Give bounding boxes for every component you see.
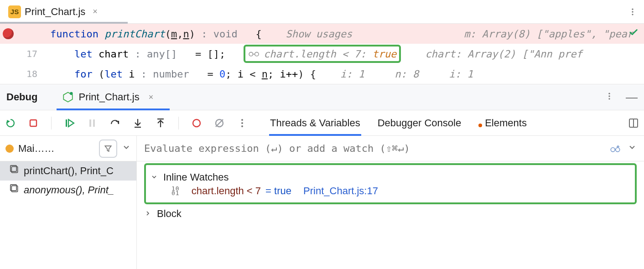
glasses-icon xyxy=(248,50,261,57)
chevron-down-icon[interactable] xyxy=(628,143,637,154)
editor-tab-bar: JS Print_Chart.js × xyxy=(0,0,644,24)
stack-frame[interactable]: anonymous(), Print_ xyxy=(0,181,136,200)
kebab-icon[interactable] xyxy=(235,116,249,130)
inspection-ok-icon[interactable] xyxy=(628,27,639,37)
editor-tab[interactable]: JS Print_Chart.js × xyxy=(5,0,101,23)
frame-label: printChart(), Print_C xyxy=(24,165,114,177)
pause-button[interactable] xyxy=(85,116,99,130)
type-hint: : any[] xyxy=(129,48,195,60)
breakpoint-icon[interactable] xyxy=(3,28,14,39)
keyword: for xyxy=(74,68,93,80)
return-type-hint: : void xyxy=(195,28,255,40)
filter-button[interactable] xyxy=(99,140,117,158)
binary-icon: 10 01 xyxy=(171,186,180,196)
punct: , xyxy=(177,28,183,40)
svg-point-8 xyxy=(608,95,610,97)
hide-toolwindow-icon[interactable]: — xyxy=(626,90,638,104)
svg-point-2 xyxy=(632,14,633,15)
inline-value-i2: i: 1 xyxy=(449,68,473,80)
stack-frame[interactable]: printChart(), Print_C xyxy=(0,161,136,181)
function-name: printChart xyxy=(104,28,165,40)
identifier: chart xyxy=(93,48,129,60)
step-into-button[interactable] xyxy=(131,116,145,130)
svg-point-3 xyxy=(249,52,253,56)
js-file-icon: JS xyxy=(8,5,21,18)
tab-elements[interactable]: Elements xyxy=(478,110,527,135)
svg-point-25 xyxy=(241,125,243,127)
inline-watches-node[interactable]: Inline Watches xyxy=(151,171,628,184)
source-reference[interactable]: Print_Chart.js:17 xyxy=(303,185,378,197)
rerun-button[interactable] xyxy=(4,116,17,130)
stackframe-icon xyxy=(10,165,19,177)
step-out-button[interactable] xyxy=(154,116,167,130)
debug-session-label: Print_Chart.js xyxy=(78,91,139,103)
thread-selector[interactable]: Mai…… xyxy=(0,136,136,161)
editor[interactable]: function printChart ( m , n ) : void { S… xyxy=(0,24,644,84)
keyword: let xyxy=(104,68,123,80)
evaluate-input[interactable] xyxy=(144,143,603,154)
kebab-icon[interactable] xyxy=(626,7,639,16)
inline-watch-highlight[interactable]: chart.length < 7: true xyxy=(244,45,401,63)
frame-label: anonymous(), Print_ xyxy=(24,184,114,196)
inline-value-m: m: Array(8) ["apples", "pear xyxy=(464,28,633,40)
editor-tab-title: Print_Chart.js xyxy=(25,6,85,18)
close-icon[interactable]: × xyxy=(149,93,154,102)
tab-threads-variables[interactable]: Threads & Variables xyxy=(270,110,360,135)
inline-watch-value: true xyxy=(366,48,396,60)
add-watch-button[interactable] xyxy=(608,142,622,155)
param-n: n xyxy=(183,28,189,40)
svg-rect-15 xyxy=(93,119,95,127)
gutter-line-number[interactable]: 18 xyxy=(0,68,50,79)
separator xyxy=(178,117,179,129)
svg-point-24 xyxy=(241,122,243,124)
tab-debugger-console[interactable]: Debugger Console xyxy=(378,110,461,135)
chevron-right-icon[interactable] xyxy=(144,208,152,220)
variables-panel: Inline Watches 10 01 chart.length < 7 = … xyxy=(137,136,644,269)
active-tab-indicator xyxy=(57,109,170,110)
inline-value-i: i: 1 xyxy=(340,68,364,80)
debug-view-tabs: Threads & Variables Debugger Console Ele… xyxy=(270,110,527,135)
separator xyxy=(51,117,52,129)
gutter[interactable] xyxy=(0,28,50,39)
code-line: 18 for ( let i : number = 0 ; i < n ; i+… xyxy=(0,64,644,84)
svg-point-23 xyxy=(241,119,243,121)
show-usages-link[interactable]: Show usages xyxy=(286,28,353,40)
punct: ; xyxy=(219,48,225,60)
code-line: 17 let chart : any[] = [] ; chart.length… xyxy=(0,44,644,64)
close-icon[interactable]: × xyxy=(93,7,98,16)
debug-content: Mai…… printChart(), Print_C anonymous(),… xyxy=(0,136,644,269)
svg-rect-12 xyxy=(66,119,67,127)
punct: ( xyxy=(165,28,171,40)
equals: = xyxy=(195,48,208,60)
brace: { xyxy=(255,28,261,40)
stop-button[interactable] xyxy=(26,116,40,130)
layout-settings-button[interactable] xyxy=(627,116,640,130)
svg-rect-14 xyxy=(89,119,91,127)
node-label: Inline Watches xyxy=(163,171,229,183)
kebab-icon[interactable] xyxy=(605,92,614,103)
mute-breakpoints-button[interactable] xyxy=(213,116,226,130)
thread-status-icon xyxy=(5,145,14,153)
update-dot-icon xyxy=(478,124,482,127)
svg-point-1 xyxy=(632,11,633,12)
watch-entry[interactable]: 10 01 chart.length < 7 = true Print_Char… xyxy=(151,184,628,198)
chevron-down-icon[interactable] xyxy=(151,171,159,183)
frames-panel: Mai…… printChart(), Print_C anonymous(),… xyxy=(0,136,137,269)
step-over-button[interactable] xyxy=(108,116,122,130)
watch-expression: chart.length < 7 xyxy=(192,185,261,197)
stackframe-icon xyxy=(10,184,19,196)
svg-point-9 xyxy=(608,98,610,99)
svg-point-4 xyxy=(255,52,259,56)
node-label: Block xyxy=(157,208,182,220)
chevron-down-icon[interactable] xyxy=(122,143,131,154)
debug-session-tab[interactable]: Print_Chart.js × xyxy=(58,84,157,110)
view-breakpoints-button[interactable] xyxy=(190,116,203,130)
block-scope-node[interactable]: Block xyxy=(144,207,637,221)
toolwindow-title: Debug xyxy=(6,91,37,103)
resume-button[interactable] xyxy=(62,116,76,130)
svg-point-6 xyxy=(70,92,73,95)
evaluate-row xyxy=(137,136,644,161)
array-literal: [] xyxy=(207,48,219,60)
svg-point-0 xyxy=(632,8,633,10)
gutter-line-number[interactable]: 17 xyxy=(0,48,50,59)
